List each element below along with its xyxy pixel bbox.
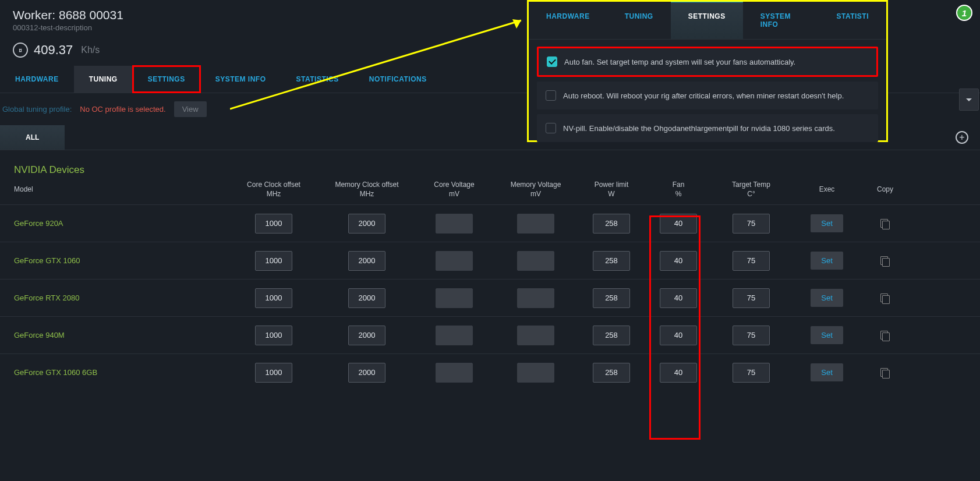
col-mem: Memory Clock offsetMHz — [320, 181, 413, 199]
tab-hardware[interactable]: HARDWARE — [0, 66, 74, 93]
set-button[interactable]: Set — [811, 326, 843, 344]
setting-nvpill-row: NV-pill. Enable/disable the Ohgodanethla… — [537, 114, 878, 142]
mem-clock-input[interactable] — [348, 288, 385, 308]
chevron-down-icon — [966, 98, 972, 101]
device-model: GeForce GTX 1060 — [6, 256, 227, 265]
set-button[interactable]: Set — [811, 289, 843, 307]
fan-input[interactable] — [660, 363, 697, 383]
col-copy: Copy — [862, 185, 908, 194]
profile-warning: No OC profile is selected. — [80, 105, 165, 114]
col-model: Model — [6, 185, 227, 194]
tab-system-info[interactable]: SYSTEM INFO — [200, 66, 281, 93]
devices-table: Model Core Clock offsetMHz Memory Clock … — [0, 181, 980, 391]
device-model: GeForce GTX 1060 6GB — [6, 368, 227, 377]
tab-settings[interactable]: SETTINGS — [133, 66, 200, 93]
core-voltage-input[interactable] — [436, 288, 473, 308]
target-temp-input[interactable] — [733, 363, 770, 383]
table-row: GeForce GTX 1060 6GBSet — [0, 353, 980, 391]
core-voltage-input[interactable] — [436, 363, 473, 383]
core-clock-input[interactable] — [255, 214, 292, 234]
tab-statistics[interactable]: STATISTICS — [281, 66, 354, 93]
view-button[interactable]: View — [174, 101, 207, 117]
section-title: NVIDIA Devices — [0, 150, 980, 181]
core-clock-input[interactable] — [255, 326, 292, 345]
copy-icon[interactable] — [880, 219, 890, 228]
setting-autofan-row: Auto fan. Set target temp and system wil… — [537, 47, 878, 77]
device-model: GeForce 920A — [6, 219, 227, 228]
set-button[interactable]: Set — [811, 214, 843, 232]
autoreboot-checkbox[interactable] — [546, 90, 556, 101]
fan-input[interactable] — [660, 326, 697, 345]
copy-icon[interactable] — [880, 331, 890, 340]
core-clock-input[interactable] — [255, 288, 292, 308]
subtab-all[interactable]: ALL — [0, 125, 65, 150]
settings-overlay: HARDWARE TUNING SETTINGS SYSTEM INFO STA… — [527, 0, 888, 142]
col-fan: Fan% — [646, 181, 710, 199]
fan-input[interactable] — [660, 288, 697, 308]
ov-tab-tuning[interactable]: TUNING — [607, 2, 671, 39]
table-row: GeForce GTX 1060Set — [0, 242, 980, 279]
add-profile-button[interactable]: + — [956, 131, 968, 144]
core-voltage-input[interactable] — [436, 214, 473, 234]
target-temp-input[interactable] — [733, 326, 770, 345]
setting-autoreboot-row: Auto reboot. Will reboot your rig after … — [537, 82, 878, 109]
col-core: Core Clock offsetMHz — [227, 181, 320, 199]
mem-voltage-input[interactable] — [517, 214, 554, 234]
overlay-tabs: HARDWARE TUNING SETTINGS SYSTEM INFO STA… — [529, 2, 886, 40]
set-button[interactable]: Set — [811, 252, 843, 270]
mem-clock-input[interactable] — [348, 251, 385, 271]
set-button[interactable]: Set — [811, 363, 843, 381]
col-exec: Exec — [792, 185, 862, 194]
fan-input[interactable] — [660, 214, 697, 234]
mem-clock-input[interactable] — [348, 326, 385, 345]
device-model: GeForce RTX 2080 — [6, 293, 227, 302]
ov-tab-settings[interactable]: SETTINGS — [671, 2, 743, 39]
power-limit-input[interactable] — [593, 251, 630, 271]
overlay-body: Auto fan. Set target temp and system wil… — [529, 40, 886, 154]
ov-tab-statistics[interactable]: STATISTI — [819, 2, 886, 39]
hashrate-icon: ¤ — [13, 43, 28, 58]
table-row: GeForce 940MSet — [0, 316, 980, 353]
device-model: GeForce 940M — [6, 331, 227, 339]
autofan-label: Auto fan. Set target temp and system wil… — [564, 58, 795, 66]
power-limit-input[interactable] — [593, 288, 630, 308]
target-temp-input[interactable] — [733, 251, 770, 271]
core-clock-input[interactable] — [255, 251, 292, 271]
ov-tab-system-info[interactable]: SYSTEM INFO — [743, 2, 819, 39]
core-clock-input[interactable] — [255, 363, 292, 383]
mem-voltage-input[interactable] — [517, 288, 554, 308]
autoreboot-label: Auto reboot. Will reboot your rig after … — [563, 91, 844, 100]
col-mvolt: Memory VoltagemV — [495, 181, 576, 199]
hashrate-value: 409.37 — [34, 43, 73, 58]
table-header: Model Core Clock offsetMHz Memory Clock … — [0, 181, 980, 204]
fan-input[interactable] — [660, 251, 697, 271]
ov-tab-hardware[interactable]: HARDWARE — [529, 2, 607, 39]
autofan-checkbox[interactable] — [547, 56, 557, 67]
hashrate-unit: Kh/s — [81, 45, 100, 55]
copy-icon[interactable] — [880, 368, 890, 377]
nvpill-checkbox[interactable] — [546, 123, 556, 133]
copy-icon[interactable] — [880, 256, 890, 266]
power-limit-input[interactable] — [593, 214, 630, 234]
col-cvolt: Core VoltagemV — [413, 181, 495, 199]
core-voltage-input[interactable] — [436, 326, 473, 345]
col-temp: Target TempC° — [710, 181, 792, 199]
target-temp-input[interactable] — [733, 288, 770, 308]
col-power: Power limitW — [576, 181, 646, 199]
mem-clock-input[interactable] — [348, 363, 385, 383]
copy-icon[interactable] — [880, 293, 890, 303]
tab-notifications[interactable]: NOTIFICATIONS — [354, 66, 442, 93]
mem-voltage-input[interactable] — [517, 363, 554, 383]
power-limit-input[interactable] — [593, 326, 630, 345]
table-row: GeForce 920ASet — [0, 204, 980, 242]
target-temp-input[interactable] — [733, 214, 770, 234]
nvpill-label: NV-pill. Enable/disable the Ohgodanethla… — [563, 124, 835, 133]
dropdown-toggle[interactable] — [959, 89, 979, 111]
mem-clock-input[interactable] — [348, 214, 385, 234]
core-voltage-input[interactable] — [436, 251, 473, 271]
profile-label: Global tuning profile: — [2, 105, 72, 114]
tab-tuning[interactable]: TUNING — [74, 66, 133, 93]
mem-voltage-input[interactable] — [517, 326, 554, 345]
mem-voltage-input[interactable] — [517, 251, 554, 271]
power-limit-input[interactable] — [593, 363, 630, 383]
